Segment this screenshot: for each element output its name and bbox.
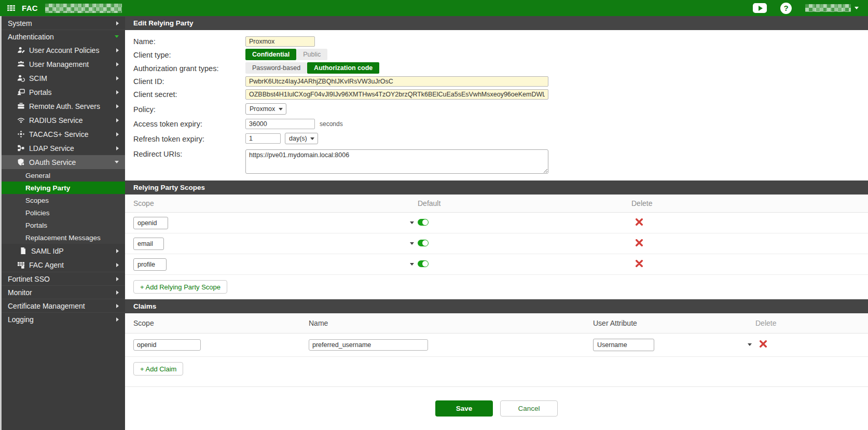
claims-col-attr: User Attribute [593,319,755,327]
chevron-right-icon [116,118,119,122]
sidebar-item-tacacs-service[interactable]: TACACS+ Service [2,127,125,141]
name-input[interactable] [245,36,315,47]
sidebar-item-saml-idp[interactable]: SAML IdP [2,244,125,258]
scope-select[interactable]: email [133,238,164,250]
chevron-right-icon [116,21,119,25]
brand-logo: FAC [4,3,122,13]
scope-row: profile [125,254,868,275]
page-title: Edit Relying Party [125,16,868,30]
access-token-expiry-input[interactable] [245,119,315,129]
sidebar-item-oauth-portals[interactable]: Portals [2,219,125,231]
tree-icon [17,144,25,152]
top-header-bar: FAC ? [0,0,868,16]
delete-icon[interactable] [636,239,643,246]
scopes-col-delete: Delete [631,199,860,207]
youtube-icon[interactable] [753,3,767,13]
main-content: Edit Relying Party Name: Client type: Co… [125,16,868,430]
policy-select-wrap: Proxmox [245,103,286,115]
cancel-button[interactable]: Cancel [500,400,558,417]
play-triangle-icon [759,6,763,11]
sidebar-item-oauth-relying-party[interactable]: Relying Party [2,182,125,194]
claim-scope-input[interactable] [133,339,201,351]
default-toggle[interactable] [418,260,429,267]
scope-row: openid [125,213,868,233]
fortinet-grid-icon [4,3,18,13]
redacted-username [805,4,851,12]
claim-name-input[interactable] [309,339,428,351]
sidebar-item-user-management[interactable]: User Management [2,57,125,71]
refresh-token-expiry-label: Refresh token expiry: [133,134,245,143]
topbar-actions: ? [753,3,863,14]
client-id-label: Client ID: [133,77,245,86]
scope-select[interactable]: openid [133,217,168,229]
sidebar-item-oauth-replacement-messages[interactable]: Replacement Messages [2,231,125,244]
chevron-right-icon [116,263,119,267]
sidebar-item-fortinet-sso[interactable]: Fortinet SSO [2,272,125,285]
relying-party-form: Name: Client type: Confidential Public A… [125,30,868,181]
client-type-public-button[interactable]: Public [296,49,327,60]
default-toggle[interactable] [418,240,429,246]
redirect-uris-textarea[interactable]: https://pve01.mydomain.local:8006 [245,149,548,174]
grant-types-label: Authorization grant types: [133,64,245,73]
client-id-input[interactable] [245,76,548,87]
refresh-token-expiry-input[interactable] [245,133,281,144]
name-label: Name: [133,37,245,46]
sidebar-item-system[interactable]: System [2,16,125,30]
client-type-confidential-button[interactable]: Confidential [245,49,296,60]
sidebar-item-authentication[interactable]: Authentication [2,30,125,43]
claims-col-name: Name [309,319,593,327]
client-type-segmented: Confidential Public [245,49,327,60]
chevron-right-icon [116,90,119,94]
policy-label: Policy: [133,105,245,114]
scope-select-wrap: email [133,238,418,250]
access-token-expiry-label: Access token expiry: [133,119,245,128]
user-menu[interactable] [805,4,859,12]
help-icon[interactable]: ? [780,3,792,14]
scopes-col-scope: Scope [133,199,418,207]
delete-icon[interactable] [636,260,643,267]
redacted-hostname [45,4,122,13]
claims-section-title: Claims [125,299,868,313]
grant-password-button[interactable]: Password-based [245,62,307,74]
sidebar-item-fac-agent[interactable]: FAC Agent [2,258,125,272]
sidebar-item-user-account-policies[interactable]: User Account Policies [2,43,125,57]
scope-select-wrap: profile [133,258,418,271]
sidebar-item-monitor[interactable]: Monitor [2,285,125,299]
chevron-right-icon [116,104,119,108]
sidebar-item-oauth-service[interactable]: OAuth Service [2,155,125,169]
scopes-section-title: Relying Party Scopes [125,181,868,195]
access-token-unit: seconds [320,120,343,128]
sidebar-item-oauth-general[interactable]: General [2,169,125,182]
sidebar-item-portals[interactable]: Portals [2,85,125,99]
policy-select[interactable]: Proxmox [245,103,286,115]
sidebar-item-oauth-scopes[interactable]: Scopes [2,194,125,206]
claim-row: Username [125,334,868,357]
sidebar-item-remote-auth-servers[interactable]: Remote Auth. Servers [2,99,125,113]
sidebar-item-ldap-service[interactable]: LDAP Service [2,141,125,155]
sidebar-item-certificate-management[interactable]: Certificate Management [2,299,125,312]
client-secret-input[interactable] [245,89,548,100]
sidebar-item-logging[interactable]: Logging [2,312,125,326]
redirect-uris-label: Redirect URIs: [133,149,245,158]
scope-select[interactable]: profile [133,258,167,271]
add-relying-party-scope-button[interactable]: + Add Relying Party Scope [133,280,227,294]
users-icon [17,60,25,68]
user-sync-icon [17,74,25,82]
scope-row: email [125,233,868,254]
default-toggle[interactable] [418,219,429,226]
user-attribute-select-wrap: Username [593,339,755,351]
refresh-unit-select[interactable]: day(s) [285,133,318,144]
add-claim-button[interactable]: + Add Claim [133,362,183,376]
chevron-right-icon [116,317,119,322]
chevron-right-icon [116,249,119,253]
delete-icon[interactable] [760,340,767,348]
scopes-table-header: Scope Default Delete [125,195,868,213]
delete-icon[interactable] [636,218,643,226]
save-button[interactable]: Save [435,400,493,417]
grant-authcode-button[interactable]: Authorization code [307,62,379,74]
sidebar-item-oauth-policies[interactable]: Policies [2,206,125,219]
claims-col-scope: Scope [133,319,309,327]
sidebar-item-scim[interactable]: SCIM [2,71,125,85]
sidebar-item-radius-service[interactable]: RADIUS Service [2,113,125,127]
user-attribute-select[interactable]: Username [593,339,654,351]
